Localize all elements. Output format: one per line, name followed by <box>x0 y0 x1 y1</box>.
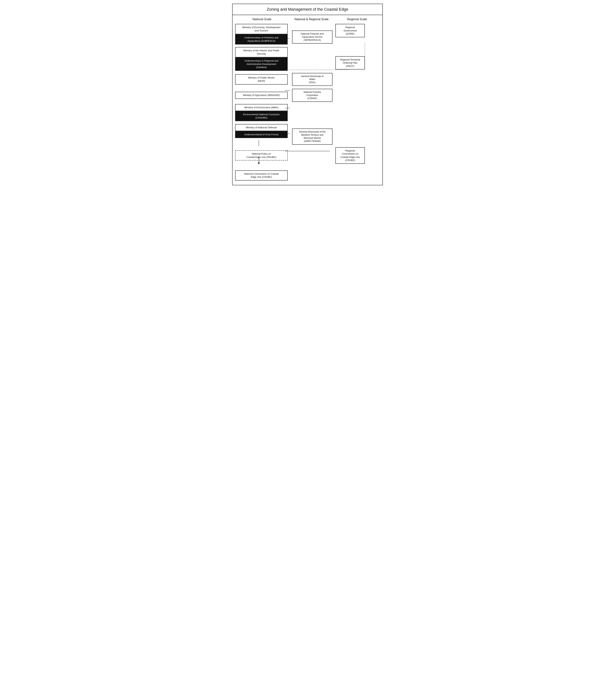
army-box: Undersecretariat of Army Forces <box>235 131 288 138</box>
gap6 <box>235 145 380 147</box>
crubc-box: RegionalCommission onCoastal Edge Use(CR… <box>335 147 365 164</box>
interior-regional: Regional TerritorialOrdering Plan(PROT) <box>335 56 380 70</box>
defense-mid: General Directorate of theMaritime Terri… <box>292 128 332 145</box>
diagram-wrapper: Zoning and Management of the Coastal Edg… <box>232 4 383 185</box>
gap4 <box>235 102 380 104</box>
environment-section: Ministry of Environment (MMA) Environmen… <box>235 104 380 121</box>
economy-section: Ministry of Economy, Developmentand Tour… <box>235 24 380 45</box>
interior-national: Ministry of the Interior and PublicSecur… <box>235 47 288 71</box>
defense-ministry-box: Ministry of National Defense <box>235 124 288 131</box>
economy-ministry-box: Ministry of Economy, Developmentand Tour… <box>235 24 288 34</box>
public-works-mid: General Directorate ofWater(DGA) <box>292 73 332 86</box>
public-works-national: Ministry of Public Works(MOP) <box>235 74 288 85</box>
economy-regional: RegionalGovernment(GORE) <box>335 24 380 37</box>
public-works-section: Ministry of Public Works(MOP) General Di… <box>235 73 380 86</box>
gap2 <box>235 71 380 73</box>
directemar-box: General Directorate of theMaritime Terri… <box>292 128 332 145</box>
defense-national: Ministry of National Defense Undersecret… <box>235 124 288 138</box>
pnubc-section: National Policy onCoastal Edge Use (PNUB… <box>235 147 380 164</box>
diagram-body: Ministry of Economy, Developmentand Tour… <box>233 22 382 185</box>
pnubc-regional: RegionalCommission onCoastal Edge Use(CR… <box>335 147 380 164</box>
gap1 <box>235 45 380 47</box>
interior-section: Ministry of the Interior and PublicSecur… <box>235 47 380 71</box>
cnubc-section: National Commission on CoastalEdge Use (… <box>235 171 380 180</box>
mma-box: Ministry of Environment (MMA) <box>235 104 288 111</box>
prot-box: Regional TerritorialOrdering Plan(PROT) <box>335 56 365 70</box>
sernapesca-box: National Fisheries andAquaculture Servic… <box>292 30 332 43</box>
conama-box: Environmental National Comission(CONAMA) <box>235 111 288 121</box>
gap3 <box>235 86 380 89</box>
gap7 <box>235 164 380 171</box>
col-header-regional: Regional Scale <box>334 18 381 21</box>
mop-box: Ministry of Public Works(MOP) <box>235 74 288 85</box>
pnubc-box: National Policy onCoastal Edge Use (PNUB… <box>235 150 288 161</box>
pnubc-national: National Policy onCoastal Edge Use (PNUB… <box>235 150 288 161</box>
cnubc-box: National Commission on CoastalEdge Use (… <box>235 171 288 180</box>
agriculture-national: Ministry of Agriculture (MINAGRI) <box>235 92 288 99</box>
defense-section: Ministry of National Defense Undersecret… <box>235 124 380 145</box>
gore-box: RegionalGovernment(GORE) <box>335 24 365 37</box>
subdere-box: Undersecretary or Regional andAdministra… <box>235 57 288 71</box>
environment-national: Ministry of Environment (MMA) Environmen… <box>235 104 288 121</box>
columns-header: National Scale National & Regional Scale… <box>233 15 382 22</box>
diagram-title: Zoning and Management of the Coastal Edg… <box>233 4 382 15</box>
dga-box: General Directorate ofWater(DGA) <box>292 73 332 86</box>
minagri-box: Ministry of Agriculture (MINAGRI) <box>235 92 288 99</box>
col-header-national: National Scale <box>234 18 290 21</box>
conaf-box: National ForestryCorporation(CONAF) <box>292 89 332 102</box>
col-header-national-regional: National & Regional Scale <box>290 18 334 21</box>
agriculture-mid: National ForestryCorporation(CONAF) <box>292 89 332 102</box>
interior-ministry-box: Ministry of the Interior and PublicSecur… <box>235 47 288 57</box>
cnubc-national: National Commission on CoastalEdge Use (… <box>235 171 288 180</box>
gap5 <box>235 121 380 124</box>
economy-national: Ministry of Economy, Developmentand Tour… <box>235 24 288 45</box>
agriculture-section: Ministry of Agriculture (MINAGRI) Nation… <box>235 89 380 102</box>
economy-mid: National Fisheries andAquaculture Servic… <box>292 30 332 43</box>
subpesca-box: Undersecretary of Fisheries andAquacultu… <box>235 34 288 44</box>
